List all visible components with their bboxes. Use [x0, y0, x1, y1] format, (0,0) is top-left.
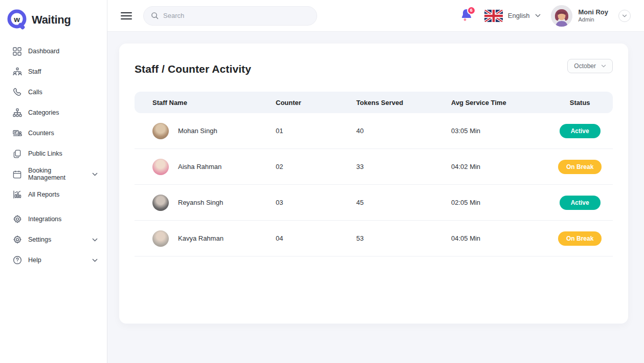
- user-name: Moni Roy: [579, 8, 609, 16]
- counter-value: 04: [260, 234, 341, 242]
- column-header-avg-service-time: Avg Service Time: [435, 99, 549, 106]
- sidebar-item-label: Help: [28, 257, 86, 264]
- gear-icon: [12, 215, 22, 224]
- svg-text:w: w: [13, 15, 20, 24]
- calendar-icon: [12, 169, 22, 179]
- user-avatar: [551, 5, 572, 27]
- table-row: Mohan Singh 01 40 03:05 Min Active: [135, 113, 613, 149]
- sidebar-item-label: All Reports: [28, 191, 98, 198]
- sidebar-item-label: Integrations: [28, 216, 98, 223]
- staff-name: Mohan Singh: [178, 127, 217, 135]
- counter-value: 02: [260, 163, 341, 170]
- chevron-down-icon: [92, 238, 98, 242]
- table-row: Aisha Rahman 02 33 04:02 Min On Break: [135, 149, 613, 185]
- sidebar-item-booking-management[interactable]: Booking Management: [0, 164, 107, 184]
- sidebar-item-dashboard[interactable]: Dashboard: [0, 41, 107, 61]
- gear-icon: [12, 235, 22, 245]
- user-role: Admin: [579, 16, 609, 24]
- sidebar-item-staff[interactable]: Staff: [0, 61, 107, 82]
- sidebar-item-label: Calls: [28, 89, 98, 96]
- tokens-served-value: 40: [341, 127, 435, 135]
- sidebar-item-label: Staff: [28, 68, 98, 75]
- search-input[interactable]: [163, 12, 309, 19]
- user-menu[interactable]: Moni Roy Admin: [551, 5, 609, 27]
- month-filter-value: October: [574, 62, 596, 70]
- sidebar-item-calls[interactable]: Calls: [0, 82, 107, 102]
- sidebar: w Waiting Dashboard Staff: [0, 0, 107, 363]
- table-header-row: Staff Name Counter Tokens Served Avg Ser…: [135, 92, 613, 113]
- staff-people-icon: [12, 67, 22, 77]
- staff-avatar: [152, 195, 169, 211]
- column-header-staff-name: Staff Name: [137, 99, 260, 106]
- staff-activity-table: Staff Name Counter Tokens Served Avg Ser…: [135, 92, 613, 257]
- status-badge: Active: [560, 124, 601, 138]
- tokens-served-value: 33: [341, 163, 435, 170]
- sidebar-item-counters[interactable]: Counters: [0, 123, 107, 143]
- language-selector[interactable]: English: [484, 10, 541, 22]
- notifications-button[interactable]: 6: [460, 8, 474, 24]
- question-circle-icon: [12, 255, 22, 265]
- chevron-down-icon: [92, 259, 98, 262]
- chart-report-icon: [12, 190, 22, 200]
- chevron-down-icon: [535, 14, 541, 17]
- status-badge: Active: [560, 196, 601, 210]
- avg-service-time-value: 02:05 Min: [435, 199, 549, 206]
- main-content: Staff / Counter Activity October Staff N…: [107, 32, 644, 363]
- column-header-status: Status: [549, 99, 611, 106]
- sidebar-item-all-reports[interactable]: All Reports: [0, 184, 107, 205]
- month-filter-dropdown[interactable]: October: [567, 59, 613, 73]
- avg-service-time-value: 04:02 Min: [435, 163, 549, 170]
- sidebar-item-categories[interactable]: Categories: [0, 102, 107, 123]
- tokens-served-value: 53: [341, 234, 435, 242]
- counter-desk-icon: [12, 129, 22, 138]
- sidebar-item-public-links[interactable]: Public Links: [0, 143, 107, 164]
- column-header-counter: Counter: [260, 99, 341, 106]
- waiting-logo-icon: w: [7, 9, 28, 31]
- chevron-down-icon: [92, 173, 98, 176]
- brand-name: Waiting: [32, 13, 71, 27]
- pages-icon: [12, 149, 22, 159]
- staff-avatar: [152, 123, 169, 139]
- tokens-served-value: 45: [341, 199, 435, 206]
- topbar: 6 English: [107, 0, 644, 32]
- language-label: English: [508, 12, 530, 19]
- brand-logo[interactable]: w Waiting: [0, 0, 107, 32]
- search-bar[interactable]: [143, 6, 317, 26]
- sidebar-item-label: Booking Management: [28, 167, 86, 181]
- search-icon: [151, 12, 159, 19]
- sidebar-item-integrations[interactable]: Integrations: [0, 209, 107, 229]
- sidebar-item-label: Categories: [28, 109, 98, 116]
- phone-icon: [12, 88, 22, 97]
- table-row: Kavya Rahman 04 53 04:05 Min On Break: [135, 221, 613, 257]
- counter-value: 03: [260, 199, 341, 206]
- sidebar-item-help[interactable]: Help: [0, 250, 107, 270]
- table-row: Reyansh Singh 03 45 02:05 Min Active: [135, 185, 613, 221]
- menu-hamburger-icon[interactable]: [121, 12, 132, 19]
- status-badge: On Break: [558, 231, 602, 246]
- hierarchy-icon: [12, 108, 22, 118]
- chevron-down-icon: [601, 65, 606, 68]
- column-header-tokens-served: Tokens Served: [341, 99, 435, 106]
- page-title: Staff / Counter Activity: [135, 59, 251, 75]
- sidebar-nav: Dashboard Staff Calls: [0, 41, 107, 270]
- staff-name: Kavya Rahman: [178, 234, 224, 242]
- status-badge: On Break: [558, 160, 602, 174]
- sidebar-item-label: Public Links: [28, 150, 98, 157]
- profile-dropdown-button[interactable]: [618, 10, 631, 22]
- avg-service-time-value: 03:05 Min: [435, 127, 549, 135]
- counter-value: 01: [260, 127, 341, 135]
- avg-service-time-value: 04:05 Min: [435, 234, 549, 242]
- notification-count-badge: 6: [467, 6, 476, 15]
- sidebar-item-label: Settings: [28, 236, 86, 243]
- sidebar-item-label: Counters: [28, 130, 98, 137]
- sidebar-item-label: Dashboard: [28, 48, 98, 55]
- staff-avatar: [152, 159, 169, 175]
- staff-activity-card: Staff / Counter Activity October Staff N…: [119, 44, 628, 324]
- uk-flag-icon: [484, 10, 503, 22]
- staff-name: Aisha Rahman: [178, 163, 221, 170]
- staff-avatar: [152, 230, 169, 247]
- sidebar-item-settings[interactable]: Settings: [0, 229, 107, 250]
- dashboard-grid-icon: [12, 47, 22, 56]
- staff-name: Reyansh Singh: [178, 199, 223, 206]
